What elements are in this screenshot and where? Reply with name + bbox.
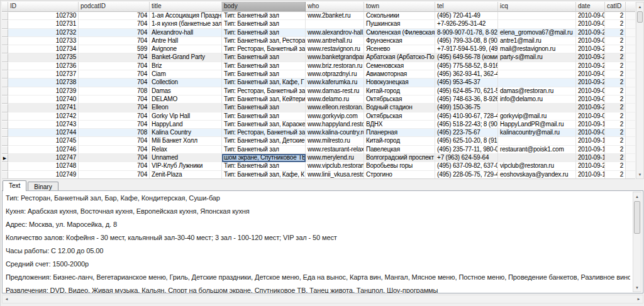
grid-cell-podcatID[interactable]: 704 [79,29,150,37]
grid-cell-tel[interactable]: (495) 637-09-82, 637-08-24, 6 [435,162,498,170]
grid-cell-date[interactable]: 2010-09-11 [576,121,605,129]
grid-cell-town[interactable]: Октябрьская [364,96,435,104]
grid-cell-catID[interactable]: 2 [605,96,626,104]
grid-cell-title[interactable]: Kalina Country [150,129,222,137]
grid-cell-icq[interactable]: elena_gromova67@mail.ru [498,29,576,37]
grid-cell-town[interactable]: Пушкинская [364,20,435,28]
grid-cell-title[interactable]: Collection [150,79,222,87]
grid-cell-tel[interactable]: (495) 748-63-36, 8-926-987-0 [435,96,498,104]
grid-cell-title[interactable]: DELAMO [150,96,222,104]
grid-cell-date[interactable]: 2010-09-15 [576,154,605,162]
row-marker[interactable] [2,121,8,129]
grid-cell-tel[interactable]: (495) 799-33-08, 8 (903) 109- [435,37,498,45]
grid-cell-id[interactable]: 102747 [8,154,79,162]
grid-cell-catID[interactable]: 2 [605,112,626,121]
grid-cell-id[interactable]: 102745 [8,137,79,145]
grid-cell-body[interactable]: Тип: Банкетный зал [222,162,306,170]
grid-cell-body[interactable]: Тип: Ресторан, Банкетный за [222,87,306,96]
grid-cell-body[interactable]: Тип: Банкетный зал, Детские [222,137,306,145]
grid-cell-id[interactable]: 102730 [8,12,79,20]
grid-cell-icq[interactable] [498,104,576,112]
grid-cell-catID[interactable]: 2 [605,37,626,45]
grid-cell-date[interactable]: 2010-09-03 [576,20,605,28]
grid-cell-title[interactable]: Mili Банкет Холл [150,137,222,145]
grid-cell-title[interactable]: Briz [150,62,222,70]
grid-cell-date[interactable]: 2010-09-17 [576,137,605,145]
row-marker[interactable] [2,20,8,28]
grid-cell-id[interactable]: 102732 [8,29,79,37]
row-marker[interactable] [2,129,8,137]
row-marker[interactable] [2,29,8,37]
grid-cell-body[interactable]: Тип: Банкетный зал [222,29,306,37]
grid-cell-podcatID[interactable]: 704 [79,162,150,170]
grid-cell-tel[interactable]: (495) 223-75-67 [435,129,498,137]
grid-cell-body[interactable]: Тип: Ресторан, Банкетный за [222,45,306,53]
grid-cell-icq[interactable]: vipclub@restoran.ru [498,162,576,170]
grid-cell-catID[interactable]: 2 [605,104,626,112]
grid-cell-podcatID[interactable]: 704 [79,137,150,145]
grid-cell-title[interactable]: VIP-Клуб Лужники [150,162,222,170]
grid-cell-catID[interactable]: 2 [605,162,626,170]
row-marker[interactable] [2,104,8,112]
grid-cell-tel[interactable]: +7 (963) 624-59-64 [435,154,498,162]
grid-cell-icq[interactable] [498,70,576,79]
row-marker[interactable] [2,146,8,154]
grid-cell-who[interactable]: www.restaurant-relax.com [306,146,364,154]
column-header-date[interactable]: date [576,2,605,12]
grid-cell-who[interactable]: www.gorkyvip.com [306,112,364,121]
grid-cell-body[interactable]: шом экране, Спутниковое ТВ [222,154,306,162]
grid-cell-podcatID[interactable]: 704 [79,12,150,20]
grid-cell-catID[interactable]: 2 [605,20,626,28]
text-scrollbar-thumb[interactable] [634,201,640,234]
grid-cell-town[interactable]: Планерная [364,129,435,137]
grid-cell-title[interactable]: Gorky Vip Hall [150,112,222,121]
grid-cell-tel[interactable]: +7-917-594-51-99, (495) 427- [435,45,498,53]
grid-cell-title[interactable]: Zenit-Plaza [150,171,222,179]
grid-cell-icq[interactable] [498,20,576,28]
grid-cell-id[interactable]: 102736 [8,62,79,70]
grid-cell-town[interactable]: ВДНХ [364,121,435,129]
grid-cell-catID[interactable]: 2 [605,29,626,37]
tab-binary[interactable]: Binary [28,182,58,191]
grid-cell-catID[interactable]: 2 [605,154,626,162]
row-marker[interactable] [2,171,8,179]
grid-cell-id[interactable]: 102746 [8,146,79,154]
grid-cell-town[interactable]: Волгоградский проспект [364,154,435,162]
grid-cell-id[interactable]: 102743 [8,121,79,129]
grid-cell-id[interactable]: 102749 [8,171,79,179]
grid-cell-body[interactable]: Тип: Банкетный зал, Кафе, Г [222,79,306,87]
scroll-down-icon[interactable]: ▼ [636,170,643,178]
grid-cell-icq[interactable] [498,79,576,87]
grid-cell-podcatID[interactable]: 704 [79,20,150,28]
grid-cell-icq[interactable]: mail@restavignon.ru [498,45,576,53]
grid-cell-date[interactable]: 2010-09-21 [576,79,605,87]
grid-cell-tel[interactable]: (495) 649-56-78 (комиссия аг [435,53,498,62]
grid-cell-who[interactable]: www.kaferumka.ru [306,79,364,87]
grid-cell-icq[interactable]: party-s@mail.ru [498,53,576,62]
grid-cell-who[interactable] [306,20,364,28]
row-marker[interactable] [2,87,8,96]
grid-cell-date[interactable]: 2010-09-03 [576,129,605,137]
grid-cell-town[interactable]: Строгино [364,171,435,179]
grid-vertical-scrollbar[interactable]: ▲ ▼ [636,2,644,179]
grid-cell-podcatID[interactable]: 704 [79,37,150,45]
grid-cell-icq[interactable]: restaurant@poisk1.com [498,146,576,154]
table-row[interactable]: 102743704HappyLandТип: Банкетный зал, Ка… [2,121,635,129]
grid-cell-date[interactable]: 2010-09-29 [576,53,605,62]
grid-cell-podcatID[interactable]: 704 [79,112,150,121]
grid-cell-date[interactable]: 2010-09-20 [576,62,605,70]
column-header-body[interactable]: body [222,2,306,12]
grid-cell-who[interactable]: www.alexandrov-hall.narod.ru [306,29,364,37]
grid-cell-title[interactable]: Avignone [150,45,222,53]
table-row[interactable]: 102748704VIP-Клуб ЛужникиТип: Банкетный … [2,162,635,170]
grid-cell-date[interactable]: 2010-09-06 [576,87,605,96]
grid-cell-body[interactable]: Тип: Банкетный зал [222,146,306,154]
grid-cell-body[interactable]: Тип: Банкетный зал, Караоке [222,121,306,129]
grid-cell-podcatID[interactable]: 704 [79,79,150,87]
table-row[interactable]: 102732704Alexandrov-hallТип: Банкетный з… [2,29,635,37]
grid-cell-who[interactable]: www.antrehall.ru [306,37,364,45]
grid-cell-town[interactable]: Авиамоторная [364,70,435,79]
scroll-up-icon[interactable]: ▲ [633,192,641,200]
grid-cell-icq[interactable]: antre1@mail.ru [498,37,576,45]
grid-cell-id[interactable]: 102738 [8,79,79,87]
